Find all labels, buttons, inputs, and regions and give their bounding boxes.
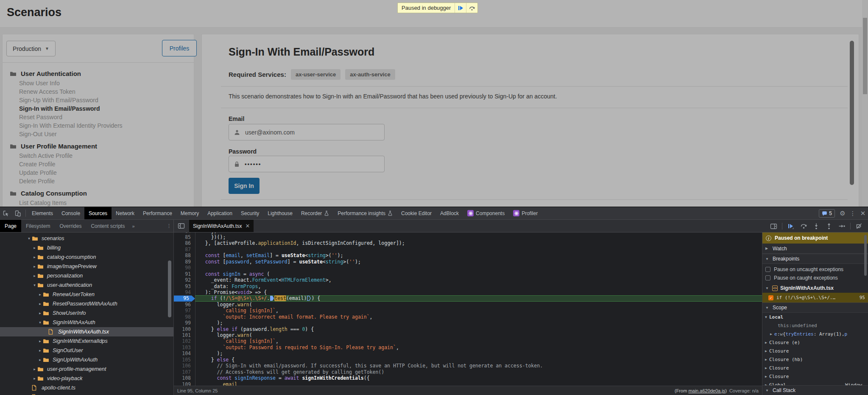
tab-performance[interactable]: Performance: [139, 207, 176, 219]
code-line-86[interactable]: 86 }, [activeProfile.applicationId, isDi…: [174, 240, 762, 246]
code-line-103[interactable]: 103 `output: Password is required to Sig…: [174, 345, 762, 350]
code-line-96[interactable]: 96 logger.warn(: [174, 302, 762, 308]
deactivate-breakpoints-icon[interactable]: [854, 221, 865, 231]
inspect-element-icon[interactable]: [0, 207, 12, 219]
code-line-97[interactable]: 97 `calling [signIn]`,: [174, 308, 762, 314]
tab-adblock[interactable]: AdBlock: [436, 207, 463, 219]
code-line-100[interactable]: 100 } else if (password.length === 0) {: [174, 326, 762, 332]
dock-panel-icon[interactable]: [768, 221, 779, 231]
tab-application[interactable]: Application: [203, 207, 237, 219]
step-into-icon[interactable]: [811, 221, 822, 231]
more-options-icon[interactable]: ⋮: [848, 207, 858, 219]
overflow-tabs-icon[interactable]: »: [129, 220, 137, 232]
code-line-90[interactable]: 90: [174, 265, 762, 271]
code-line-109[interactable]: 109 email: [174, 381, 762, 386]
tree-folder-SignInWithAxAuth[interactable]: ▾SignInWithAxAuth: [0, 318, 173, 327]
tree-file-apollo-client.ts[interactable]: apollo-client.ts: [0, 383, 173, 392]
call-stack-section-header[interactable]: ▼ Call Stack: [762, 385, 868, 395]
step-over-icon[interactable]: [466, 3, 477, 13]
code-line-93[interactable]: 93 _data: FormProps,: [174, 283, 762, 289]
step-into-target[interactable]: test: [274, 295, 286, 301]
tab-components[interactable]: Components: [463, 207, 509, 219]
step-out-icon[interactable]: [823, 221, 835, 231]
scope-row[interactable]: this: undefined: [762, 321, 868, 330]
code-line-89[interactable]: 89 const [password, setPassword] = useSt…: [174, 259, 762, 265]
code-line-94[interactable]: 94 ): Promise<void> => {: [174, 289, 762, 295]
navigator-tab-overrides[interactable]: Overrides: [55, 220, 86, 232]
pause-caught-checkbox[interactable]: [765, 275, 770, 280]
settings-gear-icon[interactable]: ⚙: [837, 207, 848, 219]
code-line-105[interactable]: 105 } else {: [174, 357, 762, 363]
tree-folder-billing[interactable]: ▸billing: [0, 243, 173, 252]
code-line-99[interactable]: 99 );: [174, 320, 762, 326]
scope-row[interactable]: ▼Local: [762, 313, 868, 321]
code-line-85[interactable]: 85 })();: [174, 234, 762, 240]
tab-sources[interactable]: Sources: [84, 207, 112, 219]
step-over-icon[interactable]: [798, 221, 809, 231]
editor-tab[interactable]: SignInWithAxAuth.tsx ✕: [189, 220, 254, 232]
tab-memory[interactable]: Memory: [176, 207, 203, 219]
code-line-88[interactable]: 88 const [email, setEmail] = useState<st…: [174, 252, 762, 258]
tree-folder-SignInWithExternalIdps[interactable]: ▸SignInWithExternalIdps: [0, 336, 173, 346]
more-tabs-icon[interactable]: ⋮: [164, 220, 173, 232]
code-line-87[interactable]: 87: [174, 247, 762, 252]
tree-folder-personalization[interactable]: ▸personalization: [0, 271, 173, 280]
step-icon[interactable]: [836, 221, 847, 231]
breakpoint-entry[interactable]: ✓ if (!/\S+@\S+\.\S+/.… 95: [762, 293, 868, 303]
sidebar-scrollbar[interactable]: [864, 235, 867, 276]
device-toolbar-icon[interactable]: [12, 207, 24, 219]
code-line-95[interactable]: 95 if (!/\S+@\S+\.\S+/.test(email)) {: [174, 295, 762, 301]
tab-recorder[interactable]: Recorder: [297, 207, 333, 219]
code-line-91[interactable]: 91 const signIn = async (: [174, 271, 762, 277]
tree-folder-user-profile-management[interactable]: ▸user-profile-management: [0, 364, 173, 374]
breakpoint-checkbox[interactable]: ✓: [768, 295, 773, 300]
code-line-104[interactable]: 104 );: [174, 350, 762, 356]
scope-row[interactable]: ▶e: w {tryEntries: Array(1), p: [762, 330, 868, 338]
scope-row[interactable]: ▶Closure: [762, 347, 868, 355]
scope-row[interactable]: ▶Closure (e): [762, 338, 868, 347]
breakpoints-section-header[interactable]: ▼ Breakpoints: [762, 254, 868, 264]
watch-section-header[interactable]: ▶ Watch: [762, 244, 868, 254]
sourcemap-link[interactable]: main.a620de0a.js: [688, 388, 725, 393]
tree-folder-scenarios[interactable]: ▾scenarios: [0, 234, 173, 243]
tree-folder-SignOutUser[interactable]: ▸SignOutUser: [0, 346, 173, 355]
tree-file-SignInWithAxAuth.tsx[interactable]: SignInWithAxAuth.tsx: [0, 327, 173, 336]
tree-folder-SignUpWithAxAuth[interactable]: ▸SignUpWithAxAuth: [0, 355, 173, 364]
tab-lighthouse[interactable]: Lighthouse: [263, 207, 297, 219]
breakpoint-file-row[interactable]: ▼ <> SignInWithAxAuth.tsx: [762, 283, 868, 293]
code-editor[interactable]: 84 })85 })();86 }, [activeProfile.applic…: [174, 233, 762, 386]
code-line-98[interactable]: 98 `output: Incorrect email format. Plea…: [174, 314, 762, 320]
tab-console[interactable]: Console: [57, 207, 84, 219]
resume-icon[interactable]: [455, 3, 466, 13]
navigator-tab-filesystem[interactable]: Filesystem: [21, 220, 55, 232]
tab-performance-insights[interactable]: Performance insights: [333, 207, 397, 219]
scope-section-header[interactable]: ▼ Scope: [762, 303, 868, 313]
tree-folder-catalog-consumption[interactable]: ▸catalog-consumption: [0, 252, 173, 262]
code-line-108[interactable]: 108 const signInResponse = await signInW…: [174, 375, 762, 381]
tree-file-clipped[interactable]: [0, 392, 173, 395]
navigator-tab-content-scripts[interactable]: Content scripts: [86, 220, 129, 232]
code-line-107[interactable]: 107 // Access-Tokens will get generated …: [174, 369, 762, 375]
scope-row[interactable]: ▶Closure: [762, 364, 868, 372]
navigator-tab-page[interactable]: Page: [0, 220, 21, 232]
tree-folder-ShowUserInfo[interactable]: ▸ShowUserInfo: [0, 308, 173, 318]
tree-folder-ResetPasswordWithAxAuth[interactable]: ▸ResetPasswordWithAxAuth: [0, 299, 173, 308]
resume-icon[interactable]: [785, 221, 796, 231]
tab-elements[interactable]: Elements: [28, 207, 57, 219]
tree-folder-RenewUserToken[interactable]: ▸RenewUserToken: [0, 290, 173, 299]
tab-profiler[interactable]: Profiler: [509, 207, 542, 219]
tree-folder-image/ImagePreview[interactable]: ▸image/ImagePreview: [0, 262, 173, 271]
tab-security[interactable]: Security: [237, 207, 263, 219]
tree-folder-user-authentication[interactable]: ▾user-authentication: [0, 280, 173, 290]
code-line-92[interactable]: 92 _event: React.FormEvent<HTMLFormEleme…: [174, 277, 762, 283]
close-devtools-icon[interactable]: ✕: [858, 207, 868, 219]
issues-counter[interactable]: 5: [819, 209, 835, 218]
code-line-101[interactable]: 101 logger.warn(: [174, 332, 762, 338]
close-tab-icon[interactable]: ✕: [245, 223, 250, 229]
scope-row[interactable]: ▶Closure (hb): [762, 355, 868, 364]
navigator-scrollbar[interactable]: [168, 261, 171, 317]
code-line-106[interactable]: 106 // Sign-In with email/password. If s…: [174, 363, 762, 369]
tab-network[interactable]: Network: [112, 207, 139, 219]
tab-cookie-editor[interactable]: Cookie Editor: [397, 207, 436, 219]
pause-uncaught-checkbox[interactable]: [765, 267, 770, 272]
